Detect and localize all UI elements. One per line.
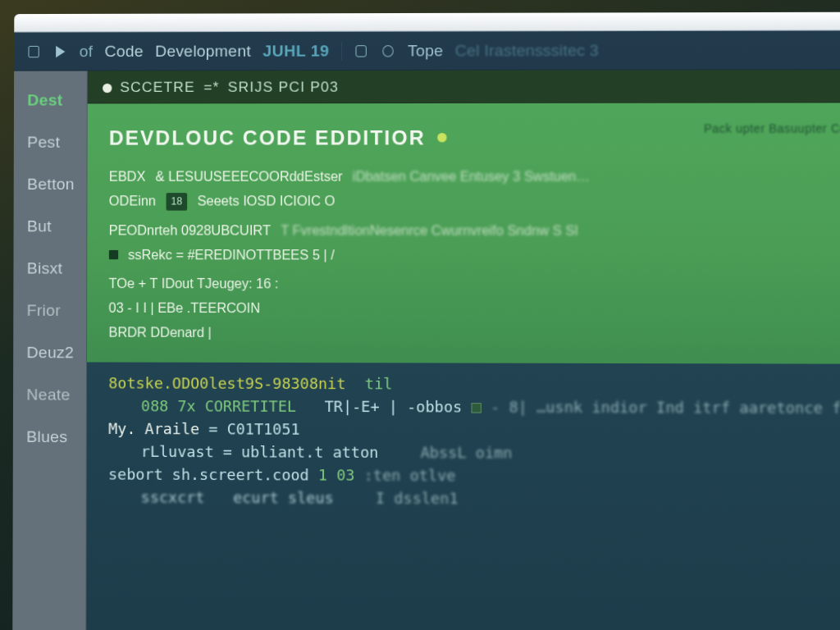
bullet-icon [109, 250, 118, 259]
status-dot-icon [103, 83, 112, 92]
panel-r2b: Seeets IOSD ICIOIC O [198, 191, 336, 212]
l3a: My. [108, 419, 135, 437]
panel-hint: Pack upter Basuupter Coool [704, 120, 840, 139]
code-line-6: sscxcrt ecurt sleus I dsslen1 [108, 488, 840, 509]
panel-r1-trail: iDbatsen Canvee Entusey 3 Swstuen… [353, 167, 590, 188]
l3b: Araile [145, 419, 200, 437]
l6trail: I dsslen1 [376, 489, 459, 507]
sidebar-item-8[interactable]: Blues [13, 418, 86, 457]
panel-row-1: EBDX & LESUUSEEECOORddEstser iDbatsen Ca… [109, 167, 840, 188]
code-line-2: 088 7x CORRETITEL TR|-E+ | -obbos - 8| …… [108, 396, 840, 416]
l1b: til [365, 374, 393, 392]
sidebar-item-0[interactable]: Dest [14, 81, 87, 120]
body: Dest Pest Betton But Bisxt Frior Deuz2 N… [12, 70, 840, 630]
crumb-trail [347, 78, 840, 95]
app-window: of Code Development JUHL 19 Tope Cel Ira… [12, 12, 840, 630]
square-icon [471, 403, 481, 413]
code-line-4: rLluvast = ubliant.t atton AbssL oimn [108, 442, 840, 463]
toolbar: of Code Development JUHL 19 Tope Cel Ira… [14, 30, 840, 71]
toolbar-title-a: Code [105, 42, 144, 61]
info-panel: DEVDLOUC CODE EDDITIOR Pack upter Basuup… [87, 103, 840, 363]
sidebar-item-7[interactable]: Neate [13, 376, 86, 415]
toolbar-separator [341, 42, 342, 61]
panel-r4a: ssRekc = #EREDINOTTBEES 5 | / [128, 244, 335, 266]
sidebar-item-1[interactable]: Pest [14, 123, 87, 162]
module-icon-2[interactable] [381, 43, 396, 59]
panel-row-7: BRDR DDenard | [108, 322, 840, 345]
panel-r7a: BRDR DDenard | [108, 322, 211, 344]
breadcrumb: SCCETRE =* SRIJS PCI P03 [87, 70, 840, 103]
toolbar-tab-1[interactable]: Tope [408, 41, 443, 60]
sidebar-item-6[interactable]: Deuz2 [13, 333, 86, 372]
code-editor[interactable]: 8otske.ODO0lest9S-98308nit til 088 7x CO… [86, 362, 840, 630]
l2trail: - 8| …usnk indior Ind itrf aaretonce foh [491, 398, 840, 417]
code-line-1: 8otske.ODO0lest9S-98308nit til [108, 374, 840, 394]
window-chrome [14, 12, 840, 33]
sidebar-item-3[interactable]: But [14, 208, 87, 246]
toolbar-title-b: Development [155, 42, 251, 61]
code-line-5: sebort sh.screert.cood 1 03 :ten otlve [108, 465, 840, 486]
panel-row-5: TOe + T IDout TJeugey: 16 : 03 - I I | E… [108, 274, 840, 345]
toolbar-trail: Cel Irastensssitec 3 [455, 41, 599, 60]
panel-row-2: ODEinn 18 Seeets IOSD ICIOIC O [109, 191, 840, 212]
l3c: = C01T1051 [208, 420, 299, 438]
panel-r2a: ODEinn [109, 191, 156, 212]
play-icon[interactable] [52, 43, 67, 58]
l1a: 8otske.ODO0lest9S-98308nit [108, 374, 345, 392]
panel-r3a: PEODnrteh 0928UBCUIRT [109, 221, 271, 242]
panel-title-dot-icon [437, 133, 446, 142]
main-column: SCCETRE =* SRIJS PCI P03 DEVDLOUC CODE E… [86, 70, 840, 630]
sidebar-item-5[interactable]: Frior [13, 291, 86, 330]
module-icon[interactable] [354, 43, 369, 59]
panel-r2-chip: 18 [166, 193, 187, 210]
book-icon [25, 43, 40, 58]
panel-r6a: 03 - I I | EBe .TEERCOIN [108, 299, 260, 320]
sidebar-item-2[interactable]: Betton [14, 165, 87, 203]
crumb-sep: =* [203, 80, 219, 97]
panel-r1b: & LESUUSEEECOORddEstser [156, 167, 343, 188]
l6a: sscxcrt [141, 488, 205, 506]
crumb-a: SCCETRE [120, 80, 195, 97]
l4trail: AbssL oimn [421, 443, 513, 461]
l6b: ecurt sleus [233, 488, 334, 506]
panel-row-4: ssRekc = #EREDINOTTBEES 5 | / [109, 244, 840, 266]
panel-row-3: PEODnrteh 0928UBCUIRT T FvrestndltionNes… [109, 221, 840, 267]
l4a: rLluvast = ubliant.t atton [141, 442, 379, 461]
crumb-b: SRIJS PCI P03 [228, 79, 339, 96]
l5b: 1 03 [318, 466, 355, 484]
sidebar-item-4[interactable]: Bisxt [13, 249, 86, 288]
panel-r1a: EBDX [109, 167, 146, 187]
code-line-3: My. Araile = C01T1051 [108, 419, 840, 440]
panel-row-6: 03 - I I | EBe .TEERCOIN [108, 299, 840, 321]
toolbar-number-1: JUHL 19 [262, 42, 329, 61]
toolbar-word-of: of [80, 42, 94, 61]
l5a: sebort sh.screert.cood [108, 465, 309, 484]
panel-r5a: TOe + T IDout TJeugey: 16 : [108, 274, 278, 295]
panel-r3-trail: T FvrestndltionNesenrce Cwurnvreifo Sndn… [281, 221, 578, 242]
l2a: 088 7x CORRETITEL [141, 397, 296, 415]
l5trail: :ten otlve [364, 466, 456, 484]
sidebar: Dest Pest Betton But Bisxt Frior Deuz2 N… [12, 71, 87, 630]
panel-title: DEVDLOUC CODE EDDITIOR [109, 122, 426, 153]
l2b: TR|-E+ | -obbos [325, 397, 463, 415]
